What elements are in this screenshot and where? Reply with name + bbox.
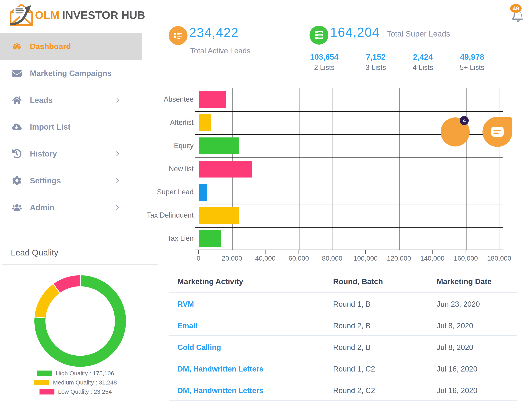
envelope-arrow-logo-icon	[9, 1, 34, 27]
app-logo	[9, 1, 34, 26]
x-tick-label: 180,000	[487, 255, 511, 262]
legend-item-medium-quality: Medium Quality : 31,248	[17, 379, 135, 386]
app-root: OLMINVESTOR HUB DashboardMarketing Campa…	[0, 0, 532, 410]
sidebar-item-history[interactable]: History	[0, 140, 142, 167]
legend-label: Medium Quality : 31,248	[53, 379, 117, 386]
x-tick-label: 20,000	[222, 255, 242, 262]
lists-count: 49,978	[448, 53, 496, 62]
sidebar-item-settings[interactable]: Settings	[0, 167, 142, 194]
total-active-leads-value: 234,422	[189, 25, 239, 40]
lists-label: 2 Lists	[300, 64, 348, 72]
x-tick-mark	[466, 250, 466, 254]
lists-label: 3 Lists	[352, 64, 400, 72]
gridline	[500, 88, 500, 250]
table-header-marketing-date: Marketing Date	[437, 277, 492, 286]
category-label-new-list: New list	[126, 165, 194, 173]
sidebar-item-label: Settings	[30, 176, 61, 185]
category-label-equity: Equity	[126, 142, 194, 150]
lists-count: 103,654	[300, 53, 348, 62]
lists-breakdown-2-lists: 103,6542 Lists	[300, 53, 348, 72]
marketing-date-cell: Jun 23, 2020	[437, 300, 480, 309]
bar-tax-delinquent	[199, 207, 239, 224]
total-super-leads-value: 164,204	[330, 25, 380, 40]
table-row-separator	[169, 400, 517, 401]
legend-label: High Quality : 175,106	[56, 370, 114, 377]
x-tick-mark	[432, 250, 433, 254]
x-tick-mark	[332, 250, 332, 254]
row-separator	[195, 157, 503, 158]
bar-afterlist	[199, 114, 211, 131]
legend-swatch	[39, 389, 54, 394]
x-tick-mark	[198, 250, 199, 254]
app-title: OLMINVESTOR HUB	[35, 9, 145, 21]
sidebar-item-leads[interactable]: Leads	[0, 87, 142, 113]
gridline	[299, 88, 300, 250]
chevron-right-icon	[114, 97, 121, 104]
home-icon	[12, 95, 22, 105]
x-tick-mark	[365, 250, 366, 254]
app-title-rest: INVESTOR HUB	[62, 9, 145, 21]
category-label-tax-lien: Tax Lien	[126, 234, 194, 243]
x-tick-mark	[499, 250, 499, 254]
marketing-date-cell: Jul 16, 2020	[437, 386, 477, 395]
messenger-widget-button[interactable]	[483, 117, 512, 147]
sidebar-item-marketing-campaigns[interactable]: Marketing Campaigns	[0, 60, 142, 87]
sidebar-item-label: Admin	[30, 203, 54, 212]
marketing-activity-table: Marketing ActivityRound, BatchMarketing …	[169, 275, 517, 410]
round-batch-cell: Round 1, B	[333, 300, 370, 309]
sidebar-divider	[2, 264, 158, 265]
bar-chart-plot-area	[195, 88, 503, 250]
activity-link[interactable]: Email	[178, 322, 197, 330]
active-leads-stat-icon	[169, 26, 188, 45]
legend-label: Low Quality : 23,254	[58, 388, 112, 395]
notification-count: 49	[513, 5, 519, 12]
category-label-super-lead: Super Lead	[126, 188, 194, 196]
x-tick-label: 160,000	[454, 255, 478, 262]
activity-link[interactable]: Cold Calling	[178, 343, 221, 352]
bar-new-list	[199, 161, 252, 178]
lead-quality-donut-chart	[34, 275, 126, 367]
row-separator	[195, 227, 503, 228]
category-label-afterlist: Afterlist	[126, 118, 194, 127]
sidebar-item-label: Dashboard	[30, 42, 71, 51]
total-active-leads-label: Total Active Leads	[190, 47, 250, 55]
lists-label: 4 Lists	[399, 64, 447, 72]
table-header-marketing-activity: Marketing Activity	[178, 277, 243, 286]
gridline	[332, 88, 333, 250]
activity-link[interactable]: DM, Handwritten Letters	[178, 386, 263, 395]
gridline	[466, 88, 466, 250]
server-icon	[314, 30, 324, 40]
sidebar-item-dashboard[interactable]: Dashboard	[0, 33, 142, 60]
lists-label: 5+ Lists	[448, 64, 496, 72]
sidebar-item-import-list[interactable]: Import List	[0, 113, 142, 140]
x-tick-mark	[399, 250, 399, 254]
chat-bubble-icon	[491, 127, 504, 137]
x-tick-mark	[265, 250, 266, 254]
marketing-date-cell: Jul 8, 2020	[437, 322, 473, 330]
x-tick-label: 0	[197, 255, 200, 262]
sidebar-item-label: Leads	[30, 96, 53, 105]
legend-item-high-quality: High Quality : 175,106	[17, 370, 135, 377]
category-label-absentee: Absentee	[126, 95, 194, 103]
gear-icon	[12, 175, 22, 186]
legend-item-low-quality: Low Quality : 23,254	[17, 388, 135, 395]
bar-super-lead	[199, 184, 207, 201]
table-header-round-batch: Round, Batch	[333, 277, 383, 286]
round-batch-cell: Round 2, C2	[333, 386, 375, 395]
lists-count: 7,152	[352, 53, 400, 62]
round-batch-cell: Round 2, B	[333, 322, 370, 330]
activity-link[interactable]: DM, Handwritten Letters	[178, 365, 263, 373]
bar-equity	[199, 137, 239, 154]
chevron-right-icon	[114, 177, 121, 184]
sidebar-item-admin[interactable]: Admin	[0, 194, 142, 221]
activity-link[interactable]: RVM	[178, 300, 194, 309]
x-tick-label: 80,000	[322, 255, 342, 262]
history-icon	[12, 149, 22, 159]
lead-quality-title: Lead Quality	[11, 248, 58, 257]
gridline	[433, 88, 433, 250]
bar-absentee	[199, 91, 226, 108]
round-batch-cell: Round 1, C2	[333, 365, 375, 373]
lists-count: 2,424	[399, 53, 447, 62]
category-label-tax-delinquent: Tax Delinquent	[126, 211, 194, 219]
list-icon	[173, 30, 183, 41]
